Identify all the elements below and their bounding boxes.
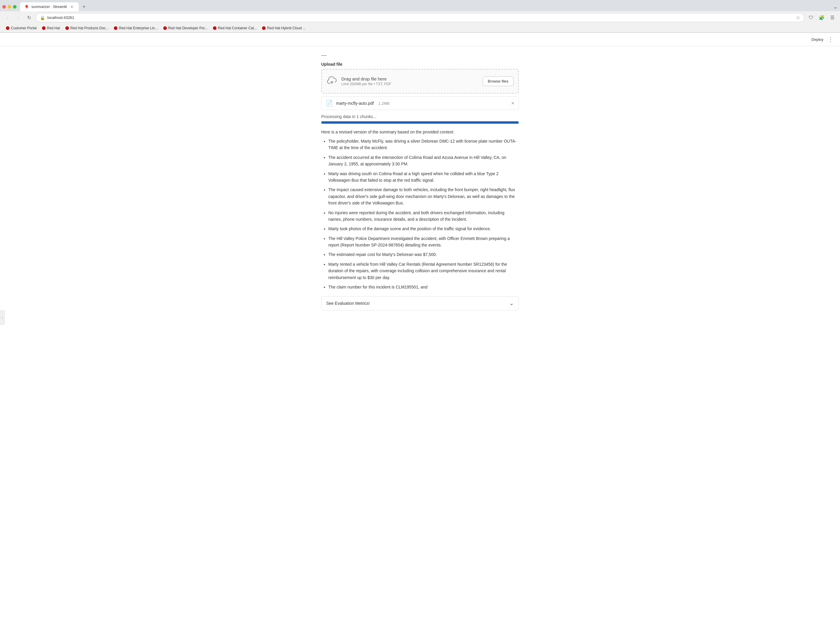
toolbar-right: 🛡 🧩 ☰ [807, 14, 837, 22]
shield-icon[interactable]: 🛡 [807, 14, 815, 22]
address-bar[interactable]: 🔒 localhost:43261 ☆ [35, 13, 805, 22]
bookmark-label: Red Hat Products Doc... [70, 26, 109, 30]
evaluation-accordion-header[interactable]: See Evaluation Metrics! ⌄ [322, 296, 518, 310]
bookmark-hybrid-cloud[interactable]: Red Hat Hybrid Cloud ... [260, 25, 308, 31]
file-remove-btn[interactable]: × [511, 100, 514, 106]
list-item: Marty took photos of the damage scene an… [328, 225, 519, 232]
file-name: marty-mcfly-auto.pdf [336, 101, 374, 106]
tab-list-btn[interactable]: ⌄ [833, 3, 838, 10]
tab-favicon: 🎈 [24, 5, 29, 9]
upload-text-block: Drag and drop file here Limit 200MB per … [341, 76, 391, 86]
sidebar-collapse-tab[interactable]: › [0, 310, 5, 325]
bookmark-favicon [262, 26, 265, 30]
bookmark-favicon [42, 26, 46, 30]
bookmark-label: Red Hat Enterprise Lin... [119, 26, 158, 30]
bookmark-star-icon[interactable]: ☆ [796, 15, 800, 21]
browser-chrome: 🎈 summarizer · Streamlit × + ⌄ ‹ › ↻ 🔒 l… [0, 0, 840, 33]
list-item: The policyholder, Marty McFly, was drivi… [328, 138, 519, 151]
deploy-button[interactable]: Deploy [809, 36, 826, 43]
bookmark-customer-portal[interactable]: Customer Portal [3, 25, 39, 31]
summary-list: The policyholder, Marty McFly, was drivi… [321, 138, 519, 290]
window-max-btn[interactable] [13, 5, 17, 9]
upload-limit-text: Limit 200MB per file • TXT, PDF [341, 82, 391, 86]
file-size: 1.2MB [379, 101, 390, 106]
url-display: localhost:43261 [47, 15, 794, 20]
bookmark-red-hat[interactable]: Red Hat [39, 25, 62, 31]
bookmark-developer-portal[interactable]: Red Hat Developer Por... [161, 25, 210, 31]
bookmark-label: Customer Portal [11, 26, 37, 30]
menu-icon[interactable]: ☰ [828, 14, 837, 22]
list-item: The impact caused extensive damage to bo… [328, 187, 519, 206]
tab-close-btn[interactable]: × [69, 4, 74, 10]
bookmark-favicon [65, 26, 69, 30]
bookmark-products-doc[interactable]: Red Hat Products Doc... [63, 25, 111, 31]
bookmark-label: Red Hat Hybrid Cloud ... [267, 26, 306, 30]
tab-title: summarizer · Streamlit [32, 5, 67, 9]
reload-btn[interactable]: ↻ [25, 14, 33, 22]
list-item: The estimated repair cost for Marty's De… [328, 251, 519, 258]
bookmark-favicon [163, 26, 167, 30]
list-item: No injuries were reported during the acc… [328, 209, 519, 223]
window-min-btn[interactable] [8, 5, 11, 9]
forward-btn[interactable]: › [14, 14, 22, 22]
tab-bar: 🎈 summarizer · Streamlit × + ⌄ [0, 0, 840, 11]
file-icon: 📄 [326, 100, 333, 107]
processing-status: Processing data in 1 chunks... [321, 114, 519, 119]
upload-left: Drag and drop file here Limit 200MB per … [327, 76, 391, 87]
upload-cloud-icon [327, 76, 337, 87]
new-tab-btn[interactable]: + [80, 3, 88, 11]
browse-files-button[interactable]: Browse files [483, 76, 513, 86]
section-collapse-btn[interactable]: — [321, 52, 327, 58]
evaluation-label: See Evaluation Metrics! [326, 301, 370, 306]
bookmark-favicon [6, 26, 9, 30]
bookmarks-bar: Customer Portal Red Hat Red Hat Products… [0, 24, 840, 33]
bookmark-enterprise-linux[interactable]: Red Hat Enterprise Lin... [112, 25, 160, 31]
uploaded-file-row: 📄 marty-mcfly-auto.pdf 1.2MB × [321, 97, 519, 110]
list-item: The accident occurred at the intersectio… [328, 154, 519, 168]
streamlit-header: Deploy ⋮ [0, 33, 840, 46]
window-close-btn[interactable] [2, 5, 6, 9]
bookmark-favicon [213, 26, 216, 30]
extensions-icon[interactable]: 🧩 [818, 14, 826, 22]
evaluation-accordion: See Evaluation Metrics! ⌄ [321, 296, 519, 310]
list-item: The Hill Valley Police Department invest… [328, 235, 519, 249]
progress-bar-container [321, 121, 519, 124]
app-body: — Upload file Drag and drop file here Li… [316, 46, 524, 316]
bookmark-label: Red Hat Container Cat... [218, 26, 257, 30]
list-item: Marty was driving south on Colima Road a… [328, 171, 519, 184]
bookmark-label: Red Hat [47, 26, 60, 30]
back-btn[interactable]: ‹ [3, 14, 12, 22]
address-bar-row: ‹ › ↻ 🔒 localhost:43261 ☆ 🛡 🧩 ☰ [0, 11, 840, 24]
security-icon: 🔒 [40, 15, 45, 20]
sidebar-arrow-icon: › [2, 316, 3, 319]
upload-section-label: Upload file [321, 62, 519, 67]
drag-drop-title: Drag and drop file here [341, 76, 391, 81]
bookmark-container-catalog[interactable]: Red Hat Container Cat... [211, 25, 259, 31]
upload-dropzone[interactable]: Drag and drop file here Limit 200MB per … [321, 69, 519, 93]
options-menu-btn[interactable]: ⋮ [826, 35, 835, 44]
list-item: The claim number for this incident is CL… [328, 284, 519, 290]
active-tab[interactable]: 🎈 summarizer · Streamlit × [20, 2, 79, 11]
bookmark-label: Red Hat Developer Por... [168, 26, 208, 30]
evaluation-chevron-icon: ⌄ [509, 300, 514, 307]
list-item: Marty rented a vehicle from Hill Valley … [328, 261, 519, 281]
progress-bar-fill [321, 121, 519, 124]
summary-intro: Here is a revised version of the summary… [321, 130, 519, 135]
bookmark-favicon [114, 26, 117, 30]
